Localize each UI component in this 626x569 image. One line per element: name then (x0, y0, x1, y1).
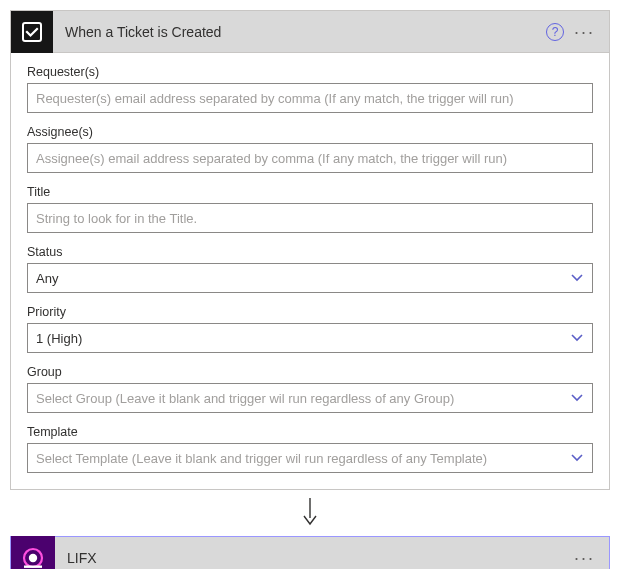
trigger-card-body: Requester(s) Assignee(s) Title Status An… (11, 53, 609, 489)
status-select[interactable]: Any (27, 263, 593, 293)
assignee-label: Assignee(s) (27, 125, 593, 139)
template-label: Template (27, 425, 593, 439)
lifx-icon (11, 536, 55, 569)
template-placeholder: Select Template (Leave it blank and trig… (36, 451, 487, 466)
flow-connector-arrow (10, 490, 610, 536)
chevron-down-icon (568, 329, 586, 347)
trigger-card-header[interactable]: When a Ticket is Created ? ··· (11, 11, 609, 53)
chevron-down-icon (568, 269, 586, 287)
chevron-down-icon (568, 389, 586, 407)
assignee-input[interactable] (27, 143, 593, 173)
field-template: Template Select Template (Leave it blank… (27, 425, 593, 473)
title-label: Title (27, 185, 593, 199)
group-placeholder: Select Group (Leave it blank and trigger… (36, 391, 454, 406)
field-group: Group Select Group (Leave it blank and t… (27, 365, 593, 413)
group-select[interactable]: Select Group (Leave it blank and trigger… (27, 383, 593, 413)
field-priority: Priority 1 (High) (27, 305, 593, 353)
svg-rect-4 (24, 566, 42, 568)
template-select[interactable]: Select Template (Leave it blank and trig… (27, 443, 593, 473)
requester-input[interactable] (27, 83, 593, 113)
field-requester: Requester(s) (27, 65, 593, 113)
field-assignee: Assignee(s) (27, 125, 593, 173)
trigger-title: When a Ticket is Created (53, 24, 546, 40)
priority-label: Priority (27, 305, 593, 319)
field-status: Status Any (27, 245, 593, 293)
action-card[interactable]: LIFX ··· (10, 536, 610, 569)
ticket-icon (11, 11, 53, 53)
requester-label: Requester(s) (27, 65, 593, 79)
help-icon[interactable]: ? (546, 23, 564, 41)
status-label: Status (27, 245, 593, 259)
title-input[interactable] (27, 203, 593, 233)
priority-selected-value: 1 (High) (36, 331, 82, 346)
trigger-header-actions: ? ··· (546, 23, 609, 41)
group-label: Group (27, 365, 593, 379)
action-title: LIFX (55, 550, 574, 566)
priority-select[interactable]: 1 (High) (27, 323, 593, 353)
trigger-card: When a Ticket is Created ? ··· Requester… (10, 10, 610, 490)
more-menu-button[interactable]: ··· (574, 23, 595, 41)
field-title: Title (27, 185, 593, 233)
svg-point-3 (29, 554, 37, 562)
more-menu-button[interactable]: ··· (574, 549, 595, 567)
status-selected-value: Any (36, 271, 58, 286)
chevron-down-icon (568, 449, 586, 467)
